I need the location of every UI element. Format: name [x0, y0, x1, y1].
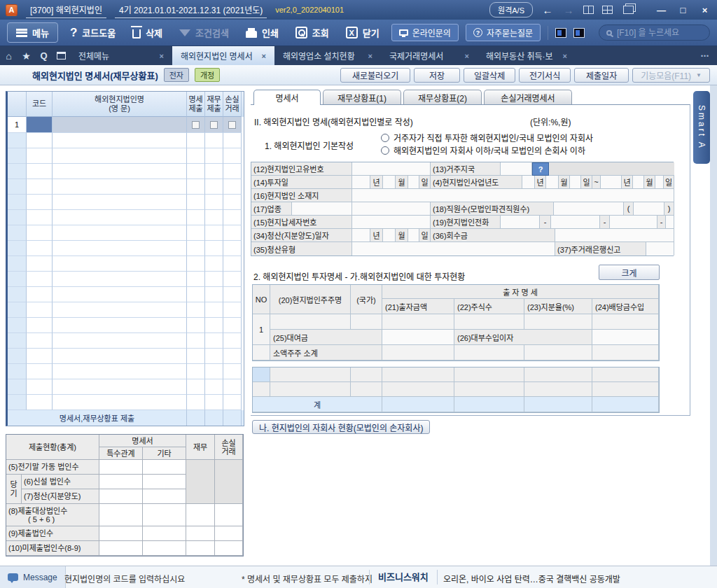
- name-cell[interactable]: [53, 148, 187, 164]
- tab-close-icon[interactable]: ×: [368, 52, 373, 60]
- code-cell[interactable]: [27, 318, 53, 333]
- delete-button[interactable]: 삭제: [127, 23, 167, 42]
- previous-form-button[interactable]: 전기서식: [519, 68, 571, 83]
- input-f19-2[interactable]: [551, 216, 600, 229]
- input-f14-month[interactable]: [383, 176, 396, 189]
- grid-row[interactable]: [8, 195, 244, 210]
- loss-cell[interactable]: [223, 164, 242, 179]
- radio-option-subsidiary[interactable]: 해외현지법인의 자회사 이하/국내 모법인의 손회사 이하: [381, 144, 585, 156]
- total-table-cell[interactable]: [524, 382, 592, 397]
- summary-cell[interactable]: [143, 504, 186, 526]
- detail-cell[interactable]: [187, 364, 205, 379]
- batch-delete-button[interactable]: 일괄삭제: [464, 68, 515, 83]
- code-cell[interactable]: [27, 395, 53, 410]
- tab-close-icon[interactable]: ×: [262, 52, 266, 60]
- detail-cell[interactable]: [187, 210, 205, 225]
- name-cell[interactable]: [53, 225, 187, 241]
- input-f19-1[interactable]: [501, 216, 540, 229]
- code-cell[interactable]: [27, 287, 53, 302]
- input-f4-end-month[interactable]: [633, 176, 644, 189]
- finance-cell[interactable]: [205, 256, 223, 272]
- detail-cell[interactable]: [187, 195, 205, 210]
- total-table-cell[interactable]: [351, 382, 382, 397]
- grid-row[interactable]: [8, 318, 244, 333]
- summary-cell[interactable]: [99, 526, 143, 541]
- help-button[interactable]: ?: [532, 162, 549, 176]
- code-cell[interactable]: [27, 148, 53, 164]
- detail-cell[interactable]: [187, 272, 205, 287]
- invest-country-cell[interactable]: [351, 314, 382, 330]
- input-f4-end-year[interactable]: [601, 176, 622, 189]
- code-cell[interactable]: [27, 195, 53, 210]
- code-cell[interactable]: [27, 364, 53, 379]
- name-cell[interactable]: [53, 133, 187, 148]
- code-cell[interactable]: [27, 225, 53, 241]
- loss-cell[interactable]: [223, 148, 242, 164]
- input-f17-name[interactable]: [352, 202, 431, 216]
- close-window-button[interactable]: ×: [698, 5, 711, 15]
- code-cell[interactable]: [27, 272, 53, 287]
- summary-cell[interactable]: [99, 504, 143, 526]
- reload-button[interactable]: 새로불러오기: [340, 68, 410, 83]
- news-headline[interactable]: 오리온, 바이오 사업 탄력…중국 결핵백신 공동개발: [443, 573, 620, 584]
- summary-cell[interactable]: [143, 475, 186, 489]
- code-cell[interactable]: [27, 241, 53, 256]
- loss-cell[interactable]: [223, 195, 242, 210]
- detail-cell[interactable]: [187, 225, 205, 241]
- grid-row[interactable]: [8, 349, 244, 364]
- grid-row[interactable]: [8, 210, 244, 225]
- detail-cell[interactable]: [187, 164, 205, 179]
- total-table-cell[interactable]: [382, 368, 454, 382]
- tab-close-icon[interactable]: ×: [563, 52, 567, 60]
- name-cell[interactable]: [53, 164, 187, 179]
- finance-cell[interactable]: [205, 179, 223, 195]
- finance-cell[interactable]: [205, 164, 223, 179]
- summary-cell[interactable]: [186, 526, 215, 541]
- grid-row[interactable]: [8, 364, 244, 379]
- name-cell[interactable]: [53, 195, 187, 210]
- input-f4-end-day[interactable]: [655, 176, 664, 189]
- summary-cell[interactable]: [99, 460, 143, 475]
- summary-cell[interactable]: [186, 504, 215, 526]
- finance-cell[interactable]: [205, 148, 223, 164]
- input-f14-day[interactable]: [408, 176, 419, 189]
- name-cell[interactable]: [53, 272, 187, 287]
- grid-row[interactable]: [8, 133, 244, 148]
- name-cell[interactable]: [53, 117, 187, 133]
- home-icon[interactable]: ⌂: [0, 46, 18, 65]
- loss-cell[interactable]: [223, 225, 242, 241]
- quick-icon[interactable]: Q: [35, 46, 53, 65]
- finance-cell[interactable]: [205, 133, 223, 148]
- name-cell[interactable]: [53, 364, 187, 379]
- invest-shareholder-cell[interactable]: [270, 314, 351, 330]
- favorites-star-icon[interactable]: ★: [18, 46, 35, 65]
- radio-icon[interactable]: [381, 146, 389, 155]
- input-f16[interactable]: [352, 189, 674, 202]
- finance-cell[interactable]: [205, 302, 223, 318]
- calendar-icon[interactable]: [53, 46, 70, 65]
- input-f19-3[interactable]: [610, 216, 657, 229]
- summary-cell[interactable]: [215, 504, 243, 526]
- total-table-cell[interactable]: [454, 368, 524, 382]
- name-cell[interactable]: [53, 379, 187, 395]
- grid-row[interactable]: [8, 179, 244, 195]
- finance-cell[interactable]: [205, 379, 223, 395]
- detail-cell[interactable]: [187, 287, 205, 302]
- input-f34-month[interactable]: [383, 229, 396, 242]
- name-cell[interactable]: [53, 287, 187, 302]
- detail-cell[interactable]: [187, 241, 205, 256]
- detail-submit-checkbox-cell[interactable]: [187, 117, 205, 133]
- finance-cell[interactable]: [205, 195, 223, 210]
- input-f13[interactable]: [501, 162, 532, 176]
- input-f18-dispatched[interactable]: [634, 202, 664, 216]
- loss-trade-checkbox-cell[interactable]: [223, 117, 242, 133]
- summary-cell[interactable]: [99, 489, 143, 504]
- online-inquiry-button[interactable]: 온라인문의: [391, 24, 459, 41]
- total-row-number-cell[interactable]: [253, 368, 270, 382]
- tab-all-menu[interactable]: 전체메뉴 ×: [70, 46, 172, 65]
- input-f15[interactable]: [352, 216, 431, 229]
- back-icon[interactable]: ←: [541, 4, 554, 16]
- remote-as-button[interactable]: 원격A/S: [489, 2, 533, 18]
- loss-cell[interactable]: [223, 241, 242, 256]
- small-shareholder-cell[interactable]: [454, 345, 524, 360]
